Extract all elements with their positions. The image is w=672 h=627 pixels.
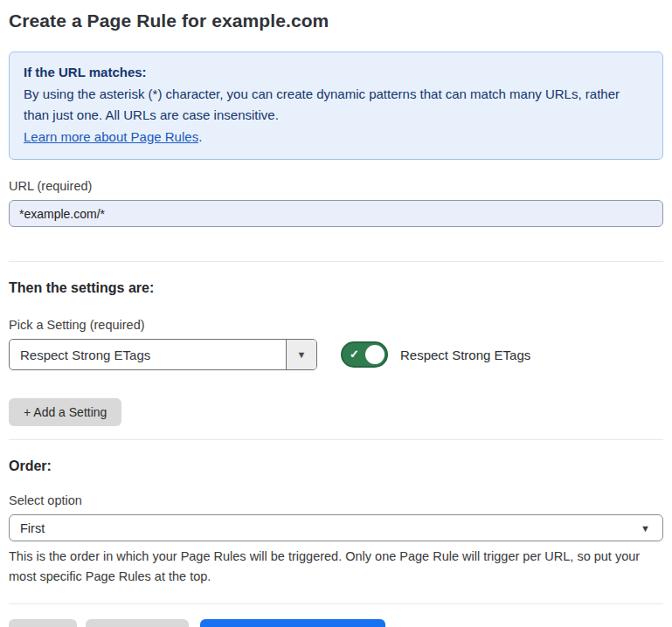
setting-dropdown-button[interactable]: ▼ <box>286 340 316 369</box>
save-and-deploy-button[interactable]: Save and Deploy Page Rule <box>200 619 385 627</box>
order-select-value: First <box>20 521 641 535</box>
check-icon: ✓ <box>350 348 359 361</box>
pick-setting-label: Pick a Setting (required) <box>9 318 663 332</box>
setting-toggle[interactable]: ✓ <box>341 341 388 368</box>
cancel-button[interactable]: Cancel <box>9 619 77 627</box>
save-as-draft-button[interactable]: Save as Draft <box>86 619 190 627</box>
section-divider <box>9 439 663 440</box>
toggle-knob <box>365 345 384 364</box>
order-select[interactable]: First ▼ <box>9 514 663 541</box>
setting-dropdown-value: Respect Strong ETags <box>10 340 286 369</box>
setting-dropdown[interactable]: Respect Strong ETags ▼ <box>9 339 317 370</box>
setting-row: Respect Strong ETags ▼ ✓ Respect Strong … <box>9 339 663 370</box>
url-match-info-box: If the URL matches: By using the asteris… <box>9 52 663 160</box>
info-box-link-line: Learn more about Page Rules. <box>24 127 648 148</box>
setting-toggle-label: Respect Strong ETags <box>400 348 530 362</box>
url-field-label: URL (required) <box>9 179 663 193</box>
create-page-rule-panel: Create a Page Rule for example.com If th… <box>0 0 672 627</box>
info-box-heading: If the URL matches: <box>24 62 648 84</box>
add-setting-button[interactable]: + Add a Setting <box>9 398 121 426</box>
settings-section-heading: Then the settings are: <box>9 280 663 296</box>
footer-actions: Cancel Save as Draft Save and Deploy Pag… <box>9 619 663 627</box>
url-input[interactable] <box>9 200 663 227</box>
info-box-body: By using the asterisk (*) character, you… <box>24 84 648 127</box>
learn-more-link[interactable]: Learn more about Page Rules <box>24 129 198 144</box>
order-help-text: This is the order in which your Page Rul… <box>9 547 660 587</box>
chevron-down-icon: ▼ <box>641 523 650 534</box>
order-section-heading: Order: <box>9 458 663 474</box>
link-period: . <box>198 129 202 144</box>
footer-divider <box>9 603 663 604</box>
page-title: Create a Page Rule for example.com <box>9 10 663 31</box>
chevron-down-icon: ▼ <box>297 349 307 360</box>
select-option-label: Select option <box>9 493 663 507</box>
section-divider <box>9 261 663 262</box>
